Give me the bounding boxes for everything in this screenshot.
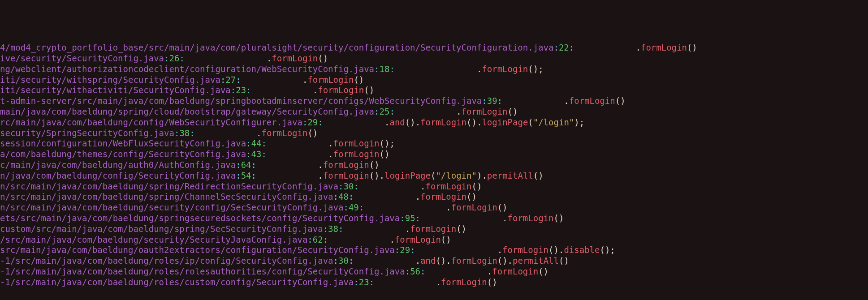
code-token: ()	[497, 202, 508, 212]
separator-colon: :	[190, 128, 194, 138]
line-number: 54	[241, 171, 251, 180]
code-token: .	[420, 181, 425, 191]
separator-colon: :	[415, 213, 420, 223]
method-call: formLogin	[323, 160, 369, 170]
grep-result-line: iti/security/withspring/SecurityConfig.j…	[0, 75, 868, 86]
indent-whitespace	[354, 256, 415, 266]
indent-whitespace	[256, 171, 318, 180]
indent-whitespace	[359, 181, 420, 191]
separator-colon: :	[374, 64, 379, 74]
indent-whitespace	[328, 235, 389, 244]
grep-result-line: ng/webclient/authorizationcodeclient/con…	[0, 64, 868, 75]
method-call: formLogin	[395, 235, 441, 244]
line-number: 43	[251, 149, 262, 159]
method-call: formLogin	[318, 85, 364, 95]
line-number: 62	[313, 235, 323, 244]
grep-result-line: ets/src/main/java/com/baeldung/springsec…	[0, 213, 868, 224]
line-number: 38	[328, 224, 338, 234]
method-call: formLogin	[272, 53, 318, 63]
string-literal: "/login"	[533, 117, 574, 127]
separator-colon: :	[369, 277, 374, 287]
code-token: .	[302, 75, 307, 85]
grep-result-line: custom/src/main/java/com/baeldung/spring…	[0, 224, 868, 235]
grep-result-line: /src/main/java/com/baeldung/security/Sec…	[0, 235, 868, 245]
file-path: ets/src/main/java/com/baeldung/springsec…	[0, 213, 400, 223]
method-call: formLogin	[462, 107, 508, 116]
indent-whitespace	[374, 277, 436, 287]
code-token: ()	[553, 213, 564, 223]
file-path: -1/src/main/java/com/baeldung/roles/cust…	[0, 277, 354, 287]
separator-colon: :	[405, 266, 410, 276]
code-token: ().	[369, 171, 384, 180]
file-path: c/main/java/com/baeldung/auth0/AuthConfi…	[0, 160, 236, 170]
file-path: -1/src/main/java/com/baeldung/roles/role…	[0, 266, 405, 276]
code-token: ().	[497, 256, 513, 266]
code-token: .	[328, 138, 333, 148]
separator-colon: :	[482, 96, 487, 106]
grep-result-line: n/src/main/java/com/baeldung/spring/Chan…	[0, 192, 868, 202]
code-token: ()	[441, 235, 451, 244]
indent-whitespace	[256, 160, 318, 170]
code-token: .	[384, 117, 389, 127]
code-token: .	[318, 171, 323, 180]
separator-colon: :	[246, 149, 251, 159]
file-path: src/main/java/com/baeldung/oauth2extract…	[0, 245, 395, 255]
method-call: loginPage	[482, 117, 528, 127]
separator-colon: :	[338, 181, 343, 191]
code-token: ().	[405, 117, 420, 127]
file-path: custom/src/main/java/com/baeldung/spring…	[0, 224, 323, 234]
indent-whitespace	[425, 266, 487, 276]
method-call: formLogin	[333, 149, 380, 159]
method-call: formLogin	[502, 245, 548, 255]
code-token: ()	[687, 43, 697, 52]
file-path: -1/src/main/java/com/baeldung/roles/ip/c…	[0, 256, 333, 266]
separator-colon: :	[246, 85, 251, 95]
line-number: 23	[236, 85, 246, 95]
code-token: .	[477, 64, 482, 74]
grep-result-line: rc/main/java/com/baeldung/config/WebSecu…	[0, 117, 868, 128]
grep-result-line: -1/src/main/java/com/baeldung/roles/role…	[0, 266, 868, 277]
code-token: ()	[533, 171, 544, 180]
method-call: disable	[564, 245, 600, 255]
method-call: formLogin	[420, 192, 466, 201]
file-path: rc/main/java/com/baeldung/config/WebSecu…	[0, 117, 302, 127]
code-token: ()	[471, 181, 482, 191]
code-token: );	[574, 117, 584, 127]
code-token: (	[528, 117, 533, 127]
code-token: ()	[538, 266, 548, 276]
method-call: formLogin	[569, 96, 615, 106]
method-call: formLogin	[410, 224, 456, 234]
line-number: 44	[251, 138, 262, 148]
indent-whitespace	[420, 213, 502, 223]
code-token: ()	[559, 256, 569, 266]
grep-result-line: 4/mod4_crypto_portfolio_base/src/main/ja…	[0, 43, 868, 53]
grep-result-line: main/java/com/baeldung/spring/cloud/boot…	[0, 107, 868, 117]
code-token: .	[313, 85, 318, 95]
file-path: 4/mod4_crypto_portfolio_base/src/main/ja…	[0, 43, 553, 52]
separator-colon: :	[359, 202, 364, 212]
line-number: 18	[380, 64, 390, 74]
method-call: permitAll	[513, 256, 559, 266]
code-token: ();	[600, 245, 615, 255]
indent-whitespace	[195, 128, 256, 138]
code-token: ()	[456, 224, 466, 234]
separator-colon: :	[318, 117, 323, 127]
line-number: 56	[410, 266, 420, 276]
separator-colon: :	[251, 160, 256, 170]
method-call: formLogin	[307, 75, 354, 85]
code-token: ().	[436, 256, 451, 266]
line-number: 29	[307, 117, 318, 127]
code-token: .	[415, 192, 420, 201]
code-token: ();	[528, 64, 543, 74]
code-token: ()	[354, 75, 364, 85]
method-call: loginPage	[384, 171, 431, 180]
code-token: .	[389, 235, 394, 244]
line-number: 26	[169, 53, 180, 63]
code-token: .	[256, 128, 261, 138]
indent-whitespace	[267, 138, 328, 148]
method-call: and	[389, 117, 405, 127]
method-call: formLogin	[451, 256, 497, 266]
indent-whitespace	[395, 64, 477, 74]
line-number: 22	[559, 43, 569, 52]
grep-result-line: n/src/main/java/com/baeldung/security/co…	[0, 202, 868, 213]
